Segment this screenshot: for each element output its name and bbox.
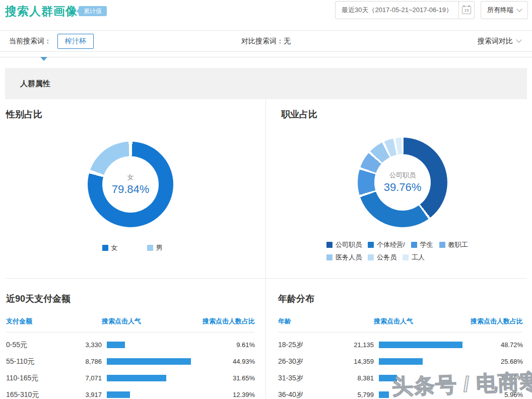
legend-swatch-icon	[411, 242, 417, 248]
legend-label: 个体经营/	[377, 240, 405, 249]
payment-table-header: 支付金额 搜索点击人气 搜索点击人数占比	[6, 317, 255, 332]
legend-swatch-icon	[102, 245, 108, 251]
row-label: 55-110元	[6, 357, 56, 366]
column-header: 搜索点击人气	[374, 317, 413, 326]
legend-row: 医务人员公务员工人	[326, 253, 493, 262]
column-header: 搜索点击人数占比	[471, 317, 523, 326]
legend-item[interactable]: 医务人员	[326, 253, 362, 262]
legend-item[interactable]: 公司职员	[326, 240, 362, 249]
row-bar	[379, 342, 462, 348]
row-label: 31-35岁	[278, 374, 328, 383]
row-label: 110-165元	[6, 374, 56, 383]
date-range-picker[interactable]: 最近30天（2017-05-21~2017-06-19） 15	[335, 1, 475, 19]
gender-chart-panel: 性别占比 女 79.84% 女男	[5, 99, 266, 279]
table-row: 31-35岁8,38110.66%	[278, 370, 523, 386]
legend-swatch-icon	[403, 254, 409, 260]
row-bar	[107, 358, 191, 365]
table-row: 36-40岁5,7995.96%	[278, 386, 523, 399]
legend-item[interactable]: 男	[147, 243, 163, 252]
row-percent: 5.96%	[504, 391, 523, 398]
current-term-label: 当前搜索词：	[9, 37, 51, 46]
legend-label: 公司职员	[336, 240, 362, 249]
row-percent: 44.93%	[233, 358, 255, 365]
top-header: 搜索人群画像 累计值 最近30天（2017-05-21~2017-06-19） …	[0, 0, 532, 30]
page-title: 搜索人群画像	[5, 4, 78, 19]
horizontal-divider	[0, 57, 532, 57]
row-bar	[379, 391, 389, 398]
row-percent: 12.39%	[233, 391, 255, 398]
legend-label: 学生	[420, 240, 433, 249]
legend-label: 公务员	[377, 253, 396, 262]
legend-label: 医务人员	[336, 253, 362, 262]
gender-chart-title: 性别占比	[6, 108, 42, 120]
column-header: 搜索点击人气	[102, 317, 141, 326]
gender-donut-chart[interactable]: 女 79.84%	[88, 142, 173, 227]
legend-row: 公司职员个体经营/学生教职工	[326, 240, 493, 249]
legend-swatch-icon	[368, 242, 374, 248]
payment-table-rows: 0-55元3,3309.61%55-110元8,78644.93%110-165…	[6, 337, 255, 399]
age-table-rows: 18-25岁21,13548.72%26-30岁14,35925.68%31-3…	[278, 337, 523, 399]
row-percent: 48.72%	[501, 341, 523, 349]
row-label: 165-310元	[6, 390, 56, 399]
row-value: 8,381	[328, 374, 374, 382]
legend-swatch-icon	[326, 242, 332, 248]
terminal-dropdown[interactable]: 所有终端	[481, 1, 528, 19]
table-row: 18-25岁21,13548.72%	[278, 337, 523, 353]
terminal-dropdown-label: 所有终端	[487, 6, 513, 15]
legend-item[interactable]: 公务员	[368, 253, 396, 262]
legend-swatch-icon	[439, 242, 445, 248]
quadrant-grid: 性别占比 女 79.84% 女男 职业占比 公司职员 39.76%	[5, 99, 527, 399]
row-percent: 25.68%	[501, 358, 523, 365]
donut-center-value: 79.84%	[112, 183, 150, 196]
row-label: 36-40岁	[278, 390, 328, 399]
row-percent: 10.66%	[501, 374, 523, 382]
donut-center-label: 公司职员	[389, 171, 416, 180]
term-compare-dropdown[interactable]: 搜索词对比	[478, 37, 521, 46]
row-value: 14,359	[328, 358, 374, 365]
row-value: 8,786	[56, 358, 102, 365]
legend-label: 男	[156, 243, 163, 252]
gender-donut-center: 女 79.84%	[102, 156, 159, 213]
table-row: 26-30岁14,35925.68%	[278, 353, 523, 370]
age-table-header: 年龄 搜索点击人气 搜索点击人数占比	[278, 317, 523, 332]
row-value: 21,135	[328, 341, 374, 349]
badge-label: 累计值	[84, 8, 102, 15]
chevron-down-icon	[516, 37, 521, 42]
legend-item[interactable]: 学生	[411, 240, 433, 249]
row-percent: 31.65%	[233, 374, 255, 382]
date-range-label[interactable]: 最近30天（2017-05-21~2017-06-19）	[336, 2, 458, 19]
occupation-donut-center: 公司职员 39.76%	[374, 154, 431, 211]
gender-legend: 女男	[5, 243, 265, 252]
legend-item[interactable]: 工人	[403, 253, 425, 262]
chevron-down-icon	[516, 6, 522, 12]
donut-center-label: 女	[127, 173, 134, 182]
pointer-triangle-icon	[40, 57, 47, 61]
occupation-chart-panel: 职业占比 公司职员 39.76% 公司职员个体经营/学生教职工医务人员公务员工人	[266, 99, 527, 279]
header-controls: 最近30天（2017-05-21~2017-06-19） 15 所有终端	[335, 1, 528, 19]
table-row: 110-165元7,07131.65%	[6, 370, 255, 386]
occupation-donut-chart[interactable]: 公司职员 39.76%	[358, 138, 447, 227]
calendar-button[interactable]: 15	[458, 2, 474, 19]
row-bar	[379, 375, 397, 381]
age-table-title: 年龄分布	[278, 293, 523, 305]
payment-table-title: 近90天支付金额	[6, 293, 255, 305]
row-bar	[107, 342, 125, 348]
current-term-button[interactable]: 榨汁杯	[57, 34, 94, 49]
calendar-icon: 15	[462, 6, 471, 14]
row-bar	[107, 391, 130, 398]
occupation-legend: 公司职员个体经营/学生教职工医务人员公务员工人	[326, 240, 493, 265]
legend-swatch-icon	[368, 254, 374, 260]
legend-item[interactable]: 女	[102, 243, 118, 252]
row-value: 7,071	[56, 374, 102, 382]
column-header: 支付金额	[6, 317, 102, 326]
table-row: 0-55元3,3309.61%	[6, 337, 255, 353]
row-label: 0-55元	[6, 341, 56, 350]
row-label: 26-30岁	[278, 357, 328, 366]
legend-item[interactable]: 个体经营/	[368, 240, 405, 249]
column-header: 年龄	[278, 317, 374, 326]
row-value: 5,799	[328, 391, 374, 398]
row-percent: 9.61%	[236, 341, 255, 349]
legend-item[interactable]: 教职工	[439, 240, 468, 249]
age-table-panel: 年龄分布 年龄 搜索点击人气 搜索点击人数占比 18-25岁21,13548.7…	[266, 279, 527, 399]
search-term-toolbar: 对比搜索词：无 当前搜索词： 榨汁杯 搜索词对比	[0, 30, 532, 52]
